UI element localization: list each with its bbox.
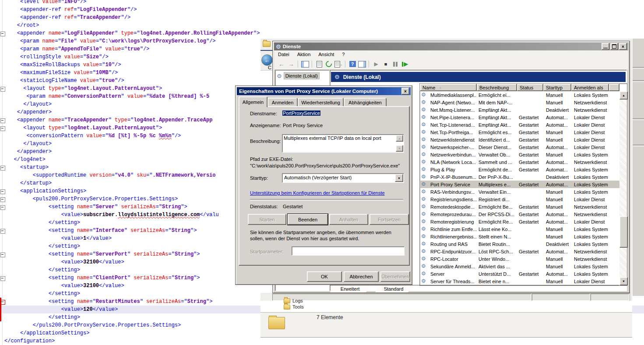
fold-toggle-icon[interactable] [0, 253, 5, 257]
cell: Ermöglicht ei... [479, 92, 518, 98]
table-row[interactable]: ⚙Netzwerkverbindun...Verwaltet Ob...Gest… [420, 151, 619, 158]
list-item[interactable]: Logs [284, 298, 303, 303]
properties-icon[interactable] [314, 60, 324, 68]
table-row[interactable]: ⚙NLA (Network Loca...Sammelt und ...Gest… [420, 158, 619, 166]
code-line[interactable]: </root> [4, 21, 644, 29]
fold-toggle-icon[interactable] [0, 126, 5, 131]
view-tab-erweitert[interactable]: Erweitert [330, 285, 370, 292]
table-row[interactable]: ⚙RAS-Verbindungsv...Verwaltet Ein...Manu… [420, 188, 619, 196]
dialog-titlebar[interactable]: Eigenschaften von Port Proxy Service (Lo… [237, 87, 411, 95]
fold-toggle-icon[interactable] [0, 229, 5, 234]
menu-datei[interactable]: Datei [274, 51, 293, 58]
fold-toggle-icon[interactable] [0, 32, 5, 36]
close-icon[interactable]: × [619, 43, 627, 50]
dienstname-value[interactable]: PortProxyService [282, 110, 320, 116]
startparameter-input[interactable] [292, 246, 405, 256]
table-row[interactable]: ⚙Richtlinienergebniss...Stellt einen N..… [420, 233, 619, 240]
code-line[interactable]: <appender-ref ref="LogFileAppender"/> [4, 6, 644, 14]
maximize-button[interactable] [610, 43, 618, 50]
table-row[interactable]: ⚙Net.Msmq-Listener...Empfängt Akt...Deak… [420, 106, 619, 114]
menu-aktion[interactable]: Aktion [293, 51, 315, 58]
fold-toggle-icon[interactable] [0, 276, 5, 281]
table-row[interactable]: ⚙Net.Tcp-Portfreiga...Ermöglicht es...Ge… [420, 128, 619, 136]
table-row[interactable]: ⚙Richtlinie zum Entfe...Lässt eine Ko...… [420, 225, 619, 233]
scroll-down-button[interactable]: ▼ [619, 277, 628, 285]
uebernehmen-button[interactable]: Übernehmen [380, 271, 410, 282]
table-row[interactable]: ⚙RPC-LocatorUnter Windo...ManuellNetzwer… [420, 255, 619, 263]
scroll-up-button[interactable]: ▲ [396, 135, 403, 142]
vertical-scrollbar[interactable]: ▲ ▼ [619, 91, 627, 285]
fold-toggle-icon[interactable] [0, 87, 5, 92]
column-header-starttyp[interactable]: Starttyp [543, 84, 571, 91]
column-header-status[interactable]: Status [517, 84, 543, 91]
restart-service-icon[interactable]: ▶ [400, 60, 410, 68]
stop-service-icon[interactable]: ■ [381, 60, 391, 68]
beschreibung-textbox[interactable]: Multiplexes external TCP/IP data on loca… [282, 134, 404, 153]
start-service-icon[interactable]: ▶ [371, 60, 381, 68]
ok-button[interactable]: OK [307, 271, 342, 282]
back-button[interactable]: ← [261, 54, 273, 66]
code-line[interactable]: </configuration> [4, 337, 644, 345]
fold-toggle-icon[interactable] [0, 118, 5, 123]
menu-ansicht[interactable]: Ansicht [314, 51, 338, 58]
table-row[interactable]: ⚙Sekundäre Anmeld...Aktiviert das ...Man… [420, 263, 619, 270]
scroll-down-button[interactable]: ▼ [396, 145, 403, 152]
tab-allgemein[interactable]: Allgemein [239, 96, 267, 107]
help-icon[interactable]: ? [348, 60, 357, 68]
table-row[interactable]: ⚙Plug & PlayErmöglicht de...GestartetAut… [420, 166, 619, 173]
list-item[interactable]: Tools [284, 304, 304, 309]
back-icon[interactable]: ← [277, 60, 286, 68]
close-icon[interactable]: × [401, 88, 409, 95]
starttyp-combobox[interactable]: Automatisch (Verzögerter Start) ▼ [282, 173, 404, 183]
table-row[interactable]: ⚙Remoteprozedurau...Der RPCSS-Di...Gesta… [420, 210, 619, 218]
starten-button[interactable]: Starten [248, 214, 286, 225]
anhalten-button[interactable]: Anhalten [329, 214, 368, 225]
show-console-tree-icon[interactable] [300, 60, 310, 68]
chevron-down-icon[interactable]: ▼ [395, 174, 403, 182]
scroll-up-button[interactable]: ▲ [619, 91, 628, 100]
table-row[interactable]: ⚙Net.Pipe-Listenera...Empfängt Akt...Ges… [420, 114, 619, 121]
menu-[interactable]: ? [338, 51, 348, 58]
table-row[interactable]: ⚙NAP-Agent (Netwo...Mit dem NAP-...Manue… [420, 99, 619, 106]
table-row[interactable]: ⚙Multimediaklassenpl...Ermöglicht ei...M… [420, 91, 619, 99]
scrollbar-thumb[interactable] [619, 216, 628, 248]
table-row[interactable]: ⚙Routing und RASBietet Routin...Deaktivi… [420, 240, 619, 248]
column-header-name[interactable]: Name▲ [420, 84, 477, 91]
tree-item-dienste-lokal[interactable]: ⚙ Dienste (Lokal) [277, 72, 320, 79]
forward-icon[interactable]: → [286, 60, 296, 68]
table-row[interactable]: ⚙Net.Tcp-Listenerad...Empfängt Akt...Ges… [420, 121, 619, 128]
startoptionen-link[interactable]: Unterstützung beim Konfigurieren der Sta… [250, 190, 385, 196]
table-row[interactable]: ⚙ServerUnterstützt D...GestartetAutomat.… [420, 270, 619, 277]
code-line[interactable]: <appender name="LogFileAppender" type="l… [4, 29, 644, 37]
table-row[interactable]: ⚙Netzwerkspeicher-...Dieser Dienst...Ges… [420, 143, 619, 151]
refresh-icon[interactable] [324, 60, 334, 68]
services-table[interactable]: Name▲BeschreibungStatusStarttypAnmelden … [419, 83, 627, 286]
view-tab-standard[interactable]: Standard [375, 285, 412, 292]
cell: Multiplexes e... [479, 182, 518, 187]
abbrechen-button[interactable]: Abbrechen [344, 271, 379, 282]
fold-toggle-icon[interactable] [0, 205, 5, 210]
fold-toggle-icon[interactable] [0, 166, 5, 171]
export-list-icon[interactable]: → [334, 60, 343, 68]
minimize-button[interactable]: — [602, 43, 609, 50]
table-row[interactable]: ⚙Port Proxy ServiceMultiplexes e...Gesta… [420, 181, 619, 188]
column-header-anmelden-als[interactable]: Anmelden als [571, 84, 609, 91]
show-action-pane-icon[interactable] [357, 60, 367, 68]
table-row[interactable]: ⚙RemoteregistrierungErmöglicht Re...Gest… [420, 218, 619, 225]
dienste-titlebar[interactable]: ⚙ Dienste — × [274, 43, 628, 50]
table-row[interactable]: ⚙NetzwerklistendienstIdentifiziert d...G… [420, 136, 619, 143]
table-row[interactable]: ⚙PnP-X-IP-Busenum...Der PnP-X-Bu...Deakt… [420, 173, 619, 181]
table-row[interactable]: ⚙Registrierungsdiens...Registriert di...… [420, 196, 619, 203]
table-row[interactable]: ⚙Remotedesktopdie...Ermöglicht Be...Gest… [420, 203, 619, 210]
column-header-beschreibung[interactable]: Beschreibung [477, 84, 517, 91]
anzeigename-label: Anzeigename: [250, 123, 281, 128]
table-row[interactable]: ⚙RPC-Endpunktzuor...Löst RPC-Sch...Gesta… [420, 248, 619, 255]
table-row[interactable]: ⚙Server für Threads...Bietet eine n...Ma… [420, 277, 619, 285]
code-line[interactable]: <appender-ref ref="TraceAppender"/> [4, 14, 644, 21]
pause-service-icon[interactable] [391, 60, 400, 68]
fold-toggle-icon[interactable] [0, 197, 5, 202]
beenden-button[interactable]: Beenden [288, 214, 328, 225]
code-line[interactable]: <level value="INFO"/> [4, 0, 644, 6]
fortsetzen-button[interactable]: Fortsetzen [370, 214, 409, 225]
fold-toggle-icon[interactable] [0, 189, 5, 194]
